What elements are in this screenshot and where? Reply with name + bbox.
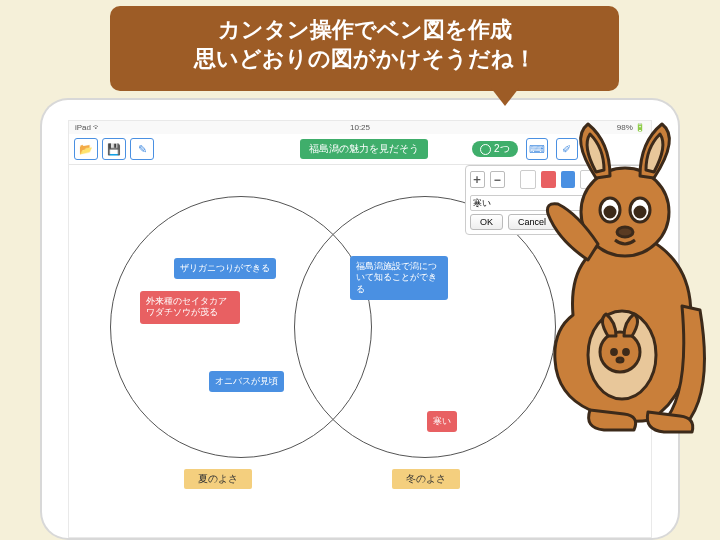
zoom-out-button[interactable]: − [490,171,505,188]
save-button[interactable]: 💾 [102,138,126,160]
note-item[interactable]: 福島潟施設で潟について知ることができる [350,256,448,300]
venn-circle-right[interactable] [294,196,556,458]
circle-count-button[interactable]: 2つ [472,141,518,157]
note-item[interactable]: 外来種のセイタカアワダチソウが茂る [140,291,240,324]
kangaroo-mascot [530,120,710,440]
save-icon: 💾 [107,143,121,156]
status-left: iPad ᯤ [75,123,101,132]
count-label: 2つ [494,142,510,156]
promo-banner: カンタン操作でベン図を作成 思いどおりの図がかけそうだね！ [110,6,619,91]
diagram-title[interactable]: 福島潟の魅力を見だそう [300,139,428,159]
banner-line1: カンタン操作でベン図を作成 [122,16,607,45]
banner-line2: 思いどおりの図がかけそうだね！ [122,45,607,74]
svg-point-9 [624,350,629,355]
ok-button[interactable]: OK [470,214,503,230]
svg-point-3 [605,207,615,217]
draw-button[interactable]: ✎ [130,138,154,160]
svg-point-5 [635,207,645,217]
speech-tail [491,88,519,106]
svg-point-6 [617,227,633,237]
circle-caption-left[interactable]: 夏のよさ [184,469,252,489]
status-time: 10:25 [350,123,370,132]
circle-caption-right[interactable]: 冬のよさ [392,469,460,489]
svg-point-7 [600,332,640,372]
note-item[interactable]: オニバスが見頃 [209,371,284,392]
pen-icon: ✎ [138,143,147,156]
folder-icon: 📂 [79,143,93,156]
svg-point-10 [617,358,623,362]
circle-icon [480,144,491,155]
zoom-in-button[interactable]: ＋ [470,171,485,188]
open-button[interactable]: 📂 [74,138,98,160]
note-item[interactable]: 寒い [427,411,457,432]
svg-point-8 [612,350,617,355]
note-item[interactable]: ザリガニつりができる [174,258,276,279]
